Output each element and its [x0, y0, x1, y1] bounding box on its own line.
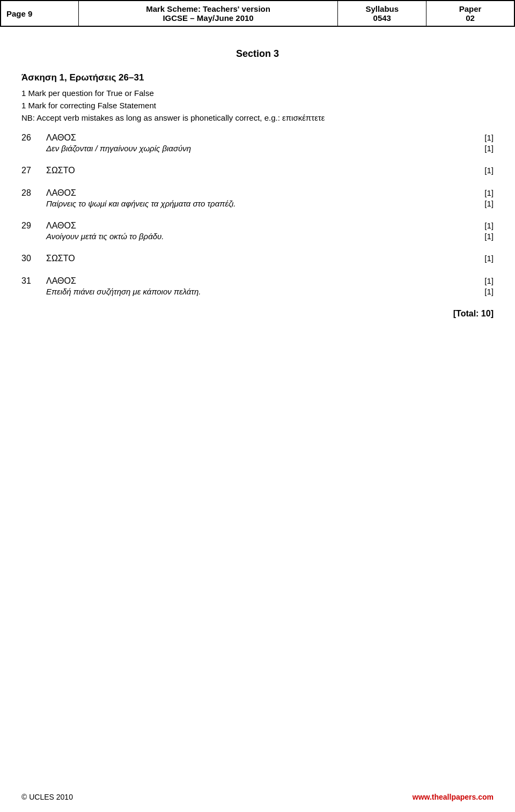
- q31-correction: Επειδή πιάνει συζήτηση με κάποιον πελάτη…: [46, 287, 484, 296]
- q29-number: 29: [21, 221, 38, 231]
- paper-label: Paper: [459, 4, 482, 13]
- syllabus-value: 0543: [373, 13, 391, 23]
- question-31: 31 ΛΑΘΟΣ [1] Επειδή πιάνει συζήτηση με κ…: [21, 276, 494, 296]
- q28-mark2: [1]: [484, 199, 494, 208]
- question-29: 29 ΛΑΘΟΣ [1] Ανοίγουν μετά τις οκτώ το β…: [21, 221, 494, 241]
- header-title: Mark Scheme: Teachers' version IGCSE – M…: [78, 1, 338, 26]
- title-line2: IGCSE – May/June 2010: [163, 13, 253, 23]
- nb-line: NB: Accept verb mistakes as long as answ…: [21, 113, 494, 122]
- title-line1: Mark Scheme: Teachers' version: [146, 4, 270, 13]
- section-title: Section 3: [21, 48, 494, 60]
- question-30: 30 ΣΩΣΤΟ [1]: [21, 254, 494, 263]
- header-table: Page 9 Mark Scheme: Teachers' version IG…: [0, 0, 515, 27]
- q29-mark1: [1]: [484, 221, 494, 230]
- q26-answer: ΛΑΘΟΣ: [46, 133, 76, 143]
- q31-number: 31: [21, 276, 38, 286]
- exercise-title: Άσκηση 1, Ερωτήσεις 26–31: [21, 72, 494, 83]
- question-26: 26 ΛΑΘΟΣ [1] Δεν βιάζονται / πηγαίνουν χ…: [21, 133, 494, 153]
- footer-website: www.theallpapers.com: [413, 793, 494, 801]
- q28-correction: Παίρνεις το ψωμί και αφήνεις τα χρήματα …: [46, 199, 484, 208]
- q29-correction: Ανοίγουν μετά τις οκτώ το βράδυ.: [46, 232, 484, 241]
- q30-mark1: [1]: [484, 254, 494, 263]
- q27-mark1: [1]: [484, 166, 494, 175]
- total-label: [Total: 10]: [453, 309, 494, 318]
- page-label: Page 9: [1, 1, 78, 26]
- question-28: 28 ΛΑΘΟΣ [1] Παίρνεις το ψωμί και αφήνει…: [21, 188, 494, 208]
- footer-copyright: © UCLES 2010: [21, 793, 73, 801]
- q26-mark2: [1]: [484, 144, 494, 153]
- instruction-1: 1 Mark per question for True or False: [21, 88, 494, 98]
- q29-mark2: [1]: [484, 232, 494, 241]
- syllabus-cell: Syllabus 0543: [338, 1, 426, 26]
- q31-mark1: [1]: [484, 276, 494, 285]
- q31-answer: ΛΑΘΟΣ: [46, 276, 76, 286]
- paper-value: 02: [466, 13, 475, 23]
- q27-number: 27: [21, 166, 38, 175]
- main-content: Section 3 Άσκηση 1, Ερωτήσεις 26–31 1 Ma…: [0, 27, 515, 351]
- syllabus-label: Syllabus: [365, 4, 399, 13]
- total-row: [Total: 10]: [21, 309, 494, 319]
- footer: © UCLES 2010 www.theallpapers.com: [0, 793, 515, 801]
- instruction-2: 1 Mark for correcting False Statement: [21, 101, 494, 110]
- q30-answer: ΣΩΣΤΟ: [46, 254, 75, 263]
- q28-answer: ΛΑΘΟΣ: [46, 188, 76, 198]
- q30-number: 30: [21, 254, 38, 263]
- paper-cell: Paper 02: [426, 1, 514, 26]
- q31-mark2: [1]: [484, 287, 494, 296]
- q26-number: 26: [21, 133, 38, 143]
- q26-mark1: [1]: [484, 133, 494, 142]
- q29-answer: ΛΑΘΟΣ: [46, 221, 76, 231]
- q28-mark1: [1]: [484, 188, 494, 197]
- q27-answer: ΣΩΣΤΟ: [46, 166, 75, 175]
- question-27: 27 ΣΩΣΤΟ [1]: [21, 166, 494, 175]
- q28-number: 28: [21, 188, 38, 198]
- q26-correction: Δεν βιάζονται / πηγαίνουν χωρίς βιασύνη: [46, 144, 484, 153]
